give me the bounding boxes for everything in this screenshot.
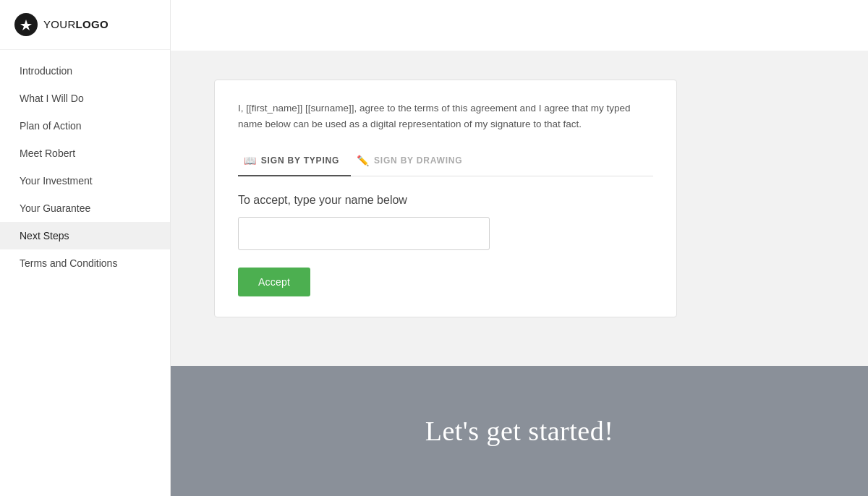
sidebar-item-plan-of-action[interactable]: Plan of Action bbox=[0, 112, 170, 140]
sidebar-item-next-steps[interactable]: Next Steps bbox=[0, 222, 170, 249]
tab-sign-by-typing[interactable]: 📖 SIGN BY TYPING bbox=[238, 147, 351, 176]
logo-icon bbox=[14, 13, 38, 36]
sidebar-item-your-investment[interactable]: Your Investment bbox=[0, 167, 170, 194]
type-name-label: To accept, type your name below bbox=[238, 194, 653, 207]
sidebar-item-your-guarantee[interactable]: Your Guarantee bbox=[0, 194, 170, 222]
sidebar-item-terms-and-conditions[interactable]: Terms and Conditions bbox=[0, 249, 170, 277]
logo-text: YOURLOGO bbox=[43, 18, 109, 31]
main-content: I, [[first_name]] [[surname]], agree to … bbox=[171, 0, 868, 496]
cta-text: Let's get started! bbox=[425, 415, 614, 447]
sidebar: YOURLOGO Introduction What I Will Do Pla… bbox=[0, 0, 171, 496]
agreement-text: I, [[first_name]] [[surname]], agree to … bbox=[238, 101, 653, 132]
sign-tabs: 📖 SIGN BY TYPING ✏️ SIGN BY DRAWING bbox=[238, 147, 653, 176]
sidebar-item-introduction[interactable]: Introduction bbox=[0, 57, 170, 85]
top-bar bbox=[171, 0, 868, 51]
name-input[interactable] bbox=[238, 217, 490, 250]
logo-area: YOURLOGO bbox=[0, 0, 170, 50]
sidebar-item-meet-robert[interactable]: Meet Robert bbox=[0, 140, 170, 167]
content-area: I, [[first_name]] [[surname]], agree to … bbox=[171, 51, 868, 366]
accept-button[interactable]: Accept bbox=[238, 268, 310, 296]
sidebar-item-what-i-will-do[interactable]: What I Will Do bbox=[0, 85, 170, 112]
tab-sign-by-drawing[interactable]: ✏️ SIGN BY DRAWING bbox=[351, 147, 474, 176]
book-icon: 📖 bbox=[244, 155, 257, 166]
footer-cta: Let's get started! bbox=[171, 366, 868, 496]
signature-card: I, [[first_name]] [[surname]], agree to … bbox=[214, 80, 677, 317]
pencil-icon: ✏️ bbox=[357, 155, 370, 166]
svg-marker-0 bbox=[20, 20, 32, 30]
sidebar-nav: Introduction What I Will Do Plan of Acti… bbox=[0, 57, 170, 277]
